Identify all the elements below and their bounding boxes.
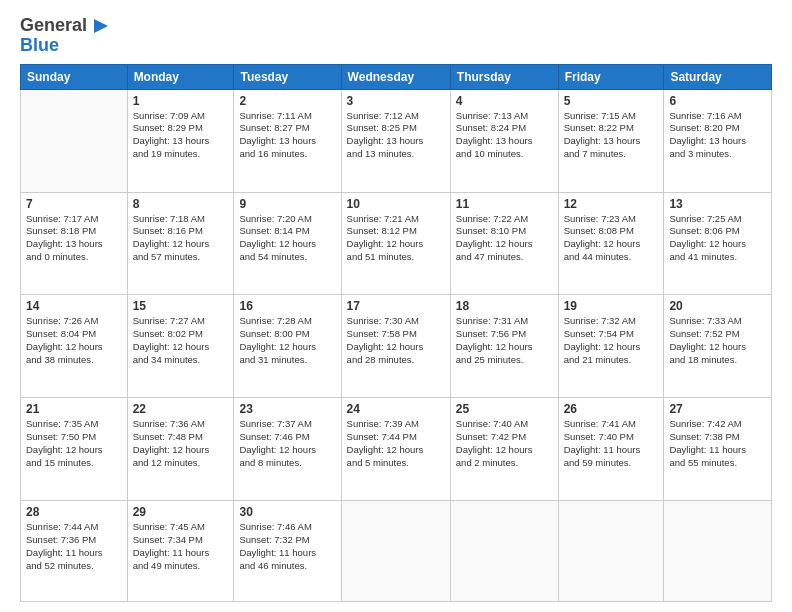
day-number: 17 [347,299,445,313]
day-info: Sunrise: 7:12 AM Sunset: 8:25 PM Dayligh… [347,110,445,161]
calendar-week-row: 28Sunrise: 7:44 AM Sunset: 7:36 PM Dayli… [21,501,772,602]
calendar-header-row: Sunday Monday Tuesday Wednesday Thursday… [21,64,772,89]
day-number: 19 [564,299,659,313]
header-friday: Friday [558,64,664,89]
table-row: 22Sunrise: 7:36 AM Sunset: 7:48 PM Dayli… [127,398,234,501]
table-row: 25Sunrise: 7:40 AM Sunset: 7:42 PM Dayli… [450,398,558,501]
day-info: Sunrise: 7:35 AM Sunset: 7:50 PM Dayligh… [26,418,122,469]
header-tuesday: Tuesday [234,64,341,89]
day-number: 14 [26,299,122,313]
day-number: 24 [347,402,445,416]
day-info: Sunrise: 7:33 AM Sunset: 7:52 PM Dayligh… [669,315,766,366]
day-info: Sunrise: 7:39 AM Sunset: 7:44 PM Dayligh… [347,418,445,469]
day-number: 13 [669,197,766,211]
day-info: Sunrise: 7:25 AM Sunset: 8:06 PM Dayligh… [669,213,766,264]
day-number: 23 [239,402,335,416]
calendar-table: Sunday Monday Tuesday Wednesday Thursday… [20,64,772,602]
day-number: 1 [133,94,229,108]
table-row: 2Sunrise: 7:11 AM Sunset: 8:27 PM Daylig… [234,89,341,192]
table-row [450,501,558,602]
day-info: Sunrise: 7:37 AM Sunset: 7:46 PM Dayligh… [239,418,335,469]
day-number: 20 [669,299,766,313]
table-row: 15Sunrise: 7:27 AM Sunset: 8:02 PM Dayli… [127,295,234,398]
logo-top: General [20,16,110,36]
table-row: 14Sunrise: 7:26 AM Sunset: 8:04 PM Dayli… [21,295,128,398]
day-info: Sunrise: 7:42 AM Sunset: 7:38 PM Dayligh… [669,418,766,469]
day-info: Sunrise: 7:23 AM Sunset: 8:08 PM Dayligh… [564,213,659,264]
table-row: 24Sunrise: 7:39 AM Sunset: 7:44 PM Dayli… [341,398,450,501]
day-number: 27 [669,402,766,416]
table-row: 20Sunrise: 7:33 AM Sunset: 7:52 PM Dayli… [664,295,772,398]
day-info: Sunrise: 7:21 AM Sunset: 8:12 PM Dayligh… [347,213,445,264]
day-info: Sunrise: 7:30 AM Sunset: 7:58 PM Dayligh… [347,315,445,366]
calendar-week-row: 21Sunrise: 7:35 AM Sunset: 7:50 PM Dayli… [21,398,772,501]
table-row: 11Sunrise: 7:22 AM Sunset: 8:10 PM Dayli… [450,192,558,295]
day-number: 11 [456,197,553,211]
header-thursday: Thursday [450,64,558,89]
day-number: 4 [456,94,553,108]
day-info: Sunrise: 7:09 AM Sunset: 8:29 PM Dayligh… [133,110,229,161]
day-number: 25 [456,402,553,416]
day-number: 22 [133,402,229,416]
table-row: 7Sunrise: 7:17 AM Sunset: 8:18 PM Daylig… [21,192,128,295]
table-row: 19Sunrise: 7:32 AM Sunset: 7:54 PM Dayli… [558,295,664,398]
day-number: 15 [133,299,229,313]
day-number: 6 [669,94,766,108]
table-row: 18Sunrise: 7:31 AM Sunset: 7:56 PM Dayli… [450,295,558,398]
day-number: 9 [239,197,335,211]
day-number: 29 [133,505,229,519]
table-row [21,89,128,192]
day-info: Sunrise: 7:40 AM Sunset: 7:42 PM Dayligh… [456,418,553,469]
table-row: 3Sunrise: 7:12 AM Sunset: 8:25 PM Daylig… [341,89,450,192]
day-info: Sunrise: 7:13 AM Sunset: 8:24 PM Dayligh… [456,110,553,161]
day-info: Sunrise: 7:31 AM Sunset: 7:56 PM Dayligh… [456,315,553,366]
calendar-week-row: 1Sunrise: 7:09 AM Sunset: 8:29 PM Daylig… [21,89,772,192]
page: General Blue Sunday Monday Tuesday Wedne… [0,0,792,612]
svg-marker-0 [94,19,108,33]
day-info: Sunrise: 7:46 AM Sunset: 7:32 PM Dayligh… [239,521,335,572]
table-row [664,501,772,602]
day-info: Sunrise: 7:15 AM Sunset: 8:22 PM Dayligh… [564,110,659,161]
day-number: 2 [239,94,335,108]
day-number: 28 [26,505,122,519]
table-row: 16Sunrise: 7:28 AM Sunset: 8:00 PM Dayli… [234,295,341,398]
day-number: 8 [133,197,229,211]
table-row: 10Sunrise: 7:21 AM Sunset: 8:12 PM Dayli… [341,192,450,295]
table-row: 28Sunrise: 7:44 AM Sunset: 7:36 PM Dayli… [21,501,128,602]
table-row: 13Sunrise: 7:25 AM Sunset: 8:06 PM Dayli… [664,192,772,295]
table-row: 12Sunrise: 7:23 AM Sunset: 8:08 PM Dayli… [558,192,664,295]
day-info: Sunrise: 7:32 AM Sunset: 7:54 PM Dayligh… [564,315,659,366]
header-sunday: Sunday [21,64,128,89]
table-row: 17Sunrise: 7:30 AM Sunset: 7:58 PM Dayli… [341,295,450,398]
day-number: 18 [456,299,553,313]
calendar-week-row: 14Sunrise: 7:26 AM Sunset: 8:04 PM Dayli… [21,295,772,398]
day-number: 26 [564,402,659,416]
day-number: 3 [347,94,445,108]
day-number: 30 [239,505,335,519]
header-monday: Monday [127,64,234,89]
day-info: Sunrise: 7:44 AM Sunset: 7:36 PM Dayligh… [26,521,122,572]
day-info: Sunrise: 7:20 AM Sunset: 8:14 PM Dayligh… [239,213,335,264]
table-row: 23Sunrise: 7:37 AM Sunset: 7:46 PM Dayli… [234,398,341,501]
day-info: Sunrise: 7:45 AM Sunset: 7:34 PM Dayligh… [133,521,229,572]
table-row: 4Sunrise: 7:13 AM Sunset: 8:24 PM Daylig… [450,89,558,192]
day-info: Sunrise: 7:28 AM Sunset: 8:00 PM Dayligh… [239,315,335,366]
day-number: 12 [564,197,659,211]
logo: General Blue [20,16,110,56]
day-info: Sunrise: 7:11 AM Sunset: 8:27 PM Dayligh… [239,110,335,161]
table-row: 8Sunrise: 7:18 AM Sunset: 8:16 PM Daylig… [127,192,234,295]
table-row: 5Sunrise: 7:15 AM Sunset: 8:22 PM Daylig… [558,89,664,192]
day-number: 5 [564,94,659,108]
day-info: Sunrise: 7:18 AM Sunset: 8:16 PM Dayligh… [133,213,229,264]
header-saturday: Saturday [664,64,772,89]
day-info: Sunrise: 7:36 AM Sunset: 7:48 PM Dayligh… [133,418,229,469]
table-row: 9Sunrise: 7:20 AM Sunset: 8:14 PM Daylig… [234,192,341,295]
logo-block: General Blue [20,16,110,56]
table-row [341,501,450,602]
table-row: 6Sunrise: 7:16 AM Sunset: 8:20 PM Daylig… [664,89,772,192]
table-row [558,501,664,602]
table-row: 30Sunrise: 7:46 AM Sunset: 7:32 PM Dayli… [234,501,341,602]
day-info: Sunrise: 7:16 AM Sunset: 8:20 PM Dayligh… [669,110,766,161]
header-wednesday: Wednesday [341,64,450,89]
day-info: Sunrise: 7:17 AM Sunset: 8:18 PM Dayligh… [26,213,122,264]
